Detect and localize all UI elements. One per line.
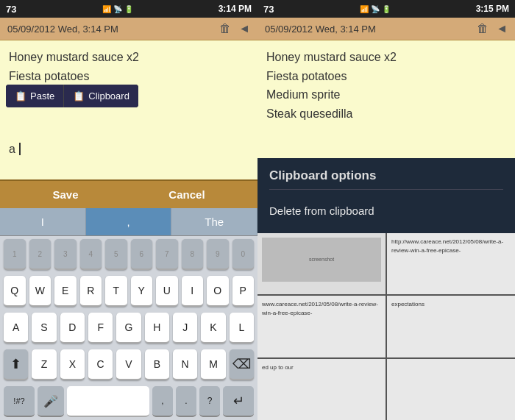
left-header-icons: 🗑 ◄: [219, 22, 250, 35]
clip-item-4[interactable]: expectations: [387, 296, 515, 357]
key-space[interactable]: [67, 386, 149, 417]
text-cursor: [19, 143, 24, 155]
key-question[interactable]: ?: [199, 386, 220, 417]
right-panel: 73 📶 📡 🔋 3:15 PM 05/09/2012 Wed, 3:14 PM…: [258, 0, 515, 420]
left-signal-icon: 📡: [113, 5, 122, 13]
keyboard-number-row: 1 2 3 4 5 6 7 8 9 0: [0, 236, 258, 273]
left-note-header: 05/09/2012 Wed, 3:14 PM 🗑 ◄: [0, 18, 258, 40]
key-O[interactable]: O: [207, 276, 229, 307]
key-N[interactable]: N: [173, 349, 197, 380]
key-V[interactable]: V: [116, 349, 141, 380]
left-trash-icon[interactable]: 🗑: [219, 22, 231, 35]
key-A[interactable]: A: [4, 313, 28, 344]
key-K[interactable]: K: [201, 313, 225, 344]
delete-from-clipboard-button[interactable]: Delete from clipboard: [269, 199, 503, 223]
left-note-footer: Save Cancel: [0, 179, 258, 208]
clip-item-3[interactable]: www.careace.net/2012/05/08/write-a-revie…: [258, 296, 386, 357]
right-status-bar: 73 📶 📡 🔋 3:15 PM: [258, 0, 515, 18]
cancel-button[interactable]: Cancel: [168, 188, 205, 201]
left-signal-strength: 73: [6, 4, 16, 15]
left-time: 3:14 PM: [219, 4, 252, 14]
key-7[interactable]: 7: [156, 239, 178, 270]
key-1[interactable]: 1: [4, 239, 26, 270]
key-G[interactable]: G: [116, 313, 141, 344]
key-8[interactable]: 8: [182, 239, 204, 270]
key-symbols[interactable]: !#?: [4, 386, 35, 417]
right-note-line-1: Honey mustard sauce x2: [266, 51, 397, 63]
keyboard-asdf-row: A S D F G H J K L: [0, 310, 258, 346]
key-E[interactable]: E: [54, 276, 77, 307]
key-5[interactable]: 5: [105, 239, 127, 270]
suggestion-The[interactable]: The: [171, 208, 258, 235]
key-S[interactable]: S: [32, 313, 56, 344]
clip-text-4: expectations: [391, 301, 425, 307]
paste-icon: 📋: [15, 90, 26, 102]
key-3[interactable]: 3: [54, 239, 77, 270]
right-wifi-icon: 📶: [360, 5, 369, 13]
key-Q[interactable]: Q: [4, 276, 26, 307]
paste-label: Paste: [30, 90, 54, 102]
left-status-icons: 📶 📡 🔋: [102, 5, 133, 13]
right-header-icons: 🗑 ◄: [477, 22, 508, 35]
keyboard-bottom-row: !#? 🎤 , . ? ↵: [0, 383, 258, 420]
left-panel: 73 📶 📡 🔋 3:14 PM 05/09/2012 Wed, 3:14 PM…: [0, 0, 258, 420]
key-enter[interactable]: ↵: [223, 386, 254, 417]
key-B[interactable]: B: [145, 349, 169, 380]
key-M[interactable]: M: [201, 349, 225, 380]
right-note-line-2: Fiesta potatoes: [266, 70, 347, 82]
left-note-body[interactable]: Honey mustard sauce x2 Fiesta potatoes M…: [0, 40, 258, 179]
key-D[interactable]: D: [60, 313, 85, 344]
key-Z[interactable]: Z: [32, 349, 56, 380]
right-signal-icon: 📡: [371, 5, 380, 13]
clip-screenshot-1: screenshot: [262, 238, 381, 282]
right-trash-icon[interactable]: 🗑: [477, 22, 489, 35]
key-2[interactable]: 2: [29, 239, 52, 270]
keyboard: I , The 1 2 3 4 5 6 7 8 9 0 Q W E: [0, 208, 258, 420]
clipboard-button[interactable]: 📋 Clipboard: [64, 85, 138, 107]
left-back-icon[interactable]: ◄: [238, 22, 250, 35]
key-W[interactable]: W: [29, 276, 52, 307]
right-time: 3:15 PM: [476, 4, 509, 14]
clip-text-5: ed up to our: [262, 364, 294, 371]
key-X[interactable]: X: [60, 349, 85, 380]
clip-item-2[interactable]: http://www.careace.net/2012/05/08/write-…: [387, 233, 515, 294]
key-C[interactable]: C: [88, 349, 113, 380]
key-period[interactable]: .: [176, 386, 196, 417]
right-note-header: 05/09/2012 Wed, 3:14 PM 🗑 ◄: [258, 18, 515, 40]
suggestion-comma[interactable]: ,: [86, 208, 172, 235]
key-6[interactable]: 6: [131, 239, 153, 270]
right-note-body[interactable]: Honey mustard sauce x2 Fiesta potatoes M…: [258, 40, 515, 158]
key-delete[interactable]: ⌫: [230, 349, 254, 380]
suggestion-I[interactable]: I: [0, 208, 86, 235]
right-back-icon[interactable]: ◄: [496, 22, 508, 35]
key-I[interactable]: I: [182, 276, 204, 307]
key-L[interactable]: L: [230, 313, 254, 344]
key-shift[interactable]: ⬆: [4, 349, 28, 380]
key-Y[interactable]: Y: [131, 276, 153, 307]
key-comma-bottom[interactable]: ,: [152, 386, 173, 417]
clip-item-6[interactable]: [387, 359, 515, 420]
key-mic[interactable]: 🎤: [38, 386, 64, 417]
right-status-icons: 📶 📡 🔋: [360, 5, 391, 13]
key-P[interactable]: P: [232, 276, 255, 307]
key-0[interactable]: 0: [232, 239, 255, 270]
clipboard-icon: 📋: [73, 90, 85, 102]
key-F[interactable]: F: [88, 313, 113, 344]
clip-item-5[interactable]: ed up to our: [258, 359, 386, 420]
paste-clipboard-popup: 📋 Paste 📋 Clipboard: [6, 85, 138, 107]
key-U[interactable]: U: [156, 276, 178, 307]
clip-item-1[interactable]: screenshot: [258, 233, 386, 294]
note-cursor-line: a: [9, 143, 249, 156]
left-battery-icon: 🔋: [124, 5, 133, 13]
note-line-2: Fiesta potatoes: [9, 70, 89, 82]
key-9[interactable]: 9: [207, 239, 229, 270]
key-R[interactable]: R: [80, 276, 102, 307]
save-button[interactable]: Save: [52, 188, 78, 201]
key-T[interactable]: T: [105, 276, 127, 307]
left-note-date: 05/09/2012 Wed, 3:14 PM: [7, 24, 118, 35]
paste-button[interactable]: 📋 Paste: [6, 85, 64, 107]
key-4[interactable]: 4: [80, 239, 102, 270]
key-J[interactable]: J: [173, 313, 197, 344]
right-note-line-4: Steak quesedilla: [266, 107, 352, 120]
key-H[interactable]: H: [145, 313, 169, 344]
